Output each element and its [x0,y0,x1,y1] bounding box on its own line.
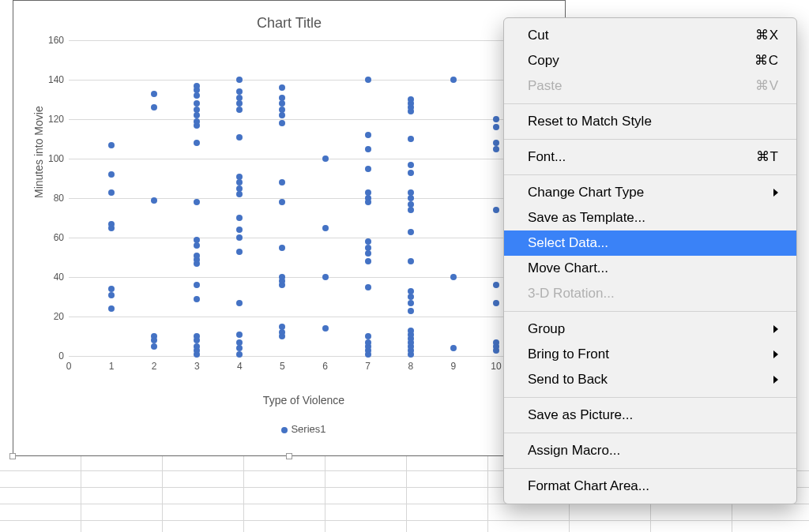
data-point[interactable] [194,296,200,302]
spreadsheet-cell[interactable] [488,521,570,532]
data-point[interactable] [322,274,329,280]
spreadsheet-cell[interactable] [163,455,244,471]
spreadsheet-cell[interactable] [732,504,809,521]
spreadsheet-cell[interactable] [163,521,244,532]
data-point[interactable] [194,282,200,288]
data-point[interactable] [365,77,371,83]
menu-item-change-chart-type[interactable]: Change Chart Type [504,180,796,205]
data-point[interactable] [151,343,157,350]
data-point[interactable] [493,339,499,346]
data-point[interactable] [236,179,243,185]
data-point[interactable] [151,333,157,339]
data-point[interactable] [236,100,243,107]
data-point[interactable] [151,91,157,97]
spreadsheet-cell[interactable] [81,521,163,532]
data-point[interactable] [108,221,115,227]
data-point[interactable] [365,245,371,251]
data-point[interactable] [194,343,200,350]
data-point[interactable] [236,215,243,221]
data-point[interactable] [279,100,285,107]
menu-item-send-to-back[interactable]: Send to Back [504,367,796,392]
spreadsheet-cell[interactable] [244,521,325,532]
spreadsheet-cell[interactable] [81,504,163,521]
data-point[interactable] [279,324,285,330]
data-point[interactable] [279,84,285,91]
data-point[interactable] [279,95,285,101]
data-point[interactable] [194,253,200,259]
menu-item-select-data[interactable]: Select Data... [504,230,796,256]
context-menu[interactable]: Cut⌘XCopy⌘CPaste⌘VReset to Match StyleFo… [503,17,797,504]
data-point[interactable] [408,207,414,213]
spreadsheet-cell[interactable] [0,471,81,488]
spreadsheet-cell[interactable] [163,504,244,521]
data-point[interactable] [408,288,414,294]
y-axis-title[interactable]: Minutes into Movie [32,106,45,198]
data-point[interactable] [236,339,243,346]
spreadsheet-cell[interactable] [407,471,488,488]
data-point[interactable] [408,229,414,235]
data-point[interactable] [194,242,200,249]
data-point[interactable] [493,116,499,122]
plot-area[interactable]: 020406080100120140160012345678910 [69,40,539,356]
spreadsheet-cell[interactable] [325,488,407,504]
data-point[interactable] [408,136,414,142]
data-point[interactable] [279,179,285,185]
data-point[interactable] [365,250,371,257]
spreadsheet-cell[interactable] [81,488,163,504]
data-point[interactable] [279,120,285,126]
data-point[interactable] [365,258,371,264]
spreadsheet-cell[interactable] [732,521,809,532]
menu-item-format-chart-area[interactable]: Format Chart Area... [504,474,796,499]
data-point[interactable] [236,95,243,101]
data-point[interactable] [236,227,243,233]
spreadsheet-cell[interactable] [81,471,163,488]
data-point[interactable] [236,249,243,255]
data-point[interactable] [194,140,200,146]
data-point[interactable] [279,107,285,113]
data-point[interactable] [236,185,243,192]
data-point[interactable] [365,189,371,196]
menu-item-cut[interactable]: Cut⌘X [504,23,796,48]
data-point[interactable] [236,77,243,83]
data-point[interactable] [236,191,243,197]
data-point[interactable] [236,300,243,306]
spreadsheet-cell[interactable] [407,521,488,532]
data-point[interactable] [279,199,285,205]
data-point[interactable] [194,83,200,89]
spreadsheet-cell[interactable] [325,455,407,471]
data-point[interactable] [450,274,457,280]
chart-legend[interactable]: Series1 [69,423,539,435]
data-point[interactable] [108,142,115,148]
data-point[interactable] [236,88,243,95]
data-point[interactable] [108,189,115,196]
data-point[interactable] [279,112,285,118]
data-point[interactable] [108,171,115,178]
spreadsheet-cell[interactable] [0,504,81,521]
data-point[interactable] [322,155,329,162]
spreadsheet-cell[interactable] [407,504,488,521]
data-point[interactable] [450,77,457,83]
spreadsheet-cell[interactable] [244,471,325,488]
data-point[interactable] [194,92,200,99]
data-point[interactable] [194,100,200,107]
menu-item-save-as-template[interactable]: Save as Template... [504,205,796,230]
spreadsheet-cell[interactable] [244,455,325,471]
data-point[interactable] [194,333,200,339]
menu-item-font[interactable]: Font...⌘T [504,144,796,170]
spreadsheet-cell[interactable] [407,488,488,504]
spreadsheet-cell[interactable] [325,504,407,521]
spreadsheet-cell[interactable] [0,488,81,504]
spreadsheet-cell[interactable] [488,504,570,521]
data-point[interactable] [408,294,414,300]
data-point[interactable] [365,166,371,172]
data-point[interactable] [322,225,329,231]
data-point[interactable] [236,345,243,351]
spreadsheet-cell[interactable] [651,521,732,532]
data-point[interactable] [493,124,499,130]
data-point[interactable] [493,207,499,213]
data-point[interactable] [194,118,200,125]
data-point[interactable] [151,197,157,204]
data-point[interactable] [365,132,371,138]
menu-item-move-chart[interactable]: Move Chart... [504,256,796,281]
spreadsheet-cell[interactable] [244,488,325,504]
